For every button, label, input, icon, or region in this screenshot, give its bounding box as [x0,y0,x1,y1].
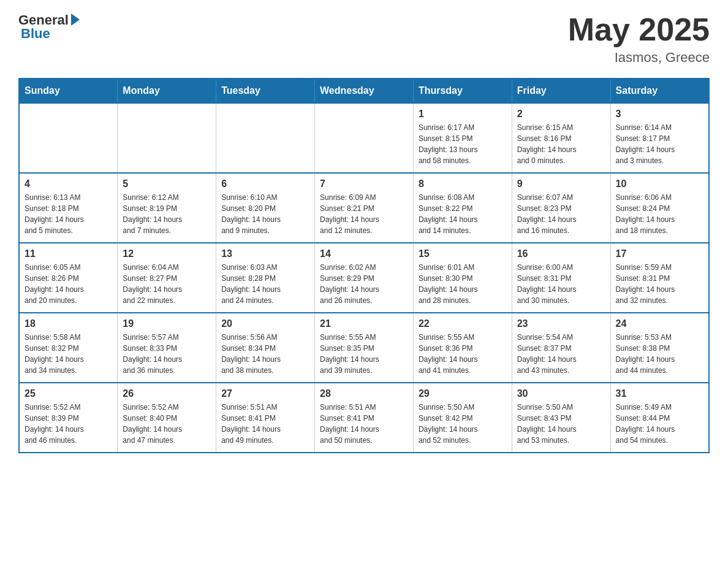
day-number: 9 [517,178,605,190]
day-info: Sunrise: 5:55 AM Sunset: 8:36 PM Dayligh… [419,332,507,376]
day-number: 11 [25,248,112,259]
day-info: Sunrise: 6:02 AM Sunset: 8:29 PM Dayligh… [320,262,408,306]
day-info: Sunrise: 6:01 AM Sunset: 8:30 PM Dayligh… [419,262,507,306]
day-info: Sunrise: 6:15 AM Sunset: 8:16 PM Dayligh… [517,122,605,166]
day-info: Sunrise: 6:00 AM Sunset: 8:31 PM Dayligh… [517,262,605,306]
calendar-cell: 4Sunrise: 6:13 AM Sunset: 8:18 PM Daylig… [19,173,118,243]
weekday-header-tuesday: Tuesday [216,79,315,103]
weekday-header-thursday: Thursday [413,79,512,103]
calendar-cell: 24Sunrise: 5:53 AM Sunset: 8:38 PM Dayli… [610,313,709,383]
logo-arrow-icon [71,13,80,26]
day-number: 4 [25,178,112,190]
day-number: 18 [25,318,112,329]
day-info: Sunrise: 5:52 AM Sunset: 8:39 PM Dayligh… [25,402,112,446]
calendar-cell: 28Sunrise: 5:51 AM Sunset: 8:41 PM Dayli… [315,383,414,453]
location-text: Iasmos, Greece [568,50,710,66]
day-number: 16 [517,248,605,259]
day-info: Sunrise: 5:55 AM Sunset: 8:35 PM Dayligh… [320,332,408,376]
weekday-header-sunday: Sunday [19,79,118,103]
calendar-cell [315,103,414,173]
day-number: 8 [419,178,507,190]
weekday-header-friday: Friday [512,79,610,103]
day-info: Sunrise: 6:05 AM Sunset: 8:26 PM Dayligh… [25,262,112,306]
calendar-cell: 7Sunrise: 6:09 AM Sunset: 8:21 PM Daylig… [315,173,414,243]
logo: General Blue [18,12,80,42]
calendar-cell: 13Sunrise: 6:03 AM Sunset: 8:28 PM Dayli… [216,243,315,313]
day-number: 25 [25,388,112,399]
day-info: Sunrise: 6:04 AM Sunset: 8:27 PM Dayligh… [123,262,211,306]
day-number: 20 [221,318,309,329]
day-info: Sunrise: 5:57 AM Sunset: 8:33 PM Dayligh… [123,332,211,376]
day-info: Sunrise: 5:53 AM Sunset: 8:38 PM Dayligh… [616,332,703,376]
day-info: Sunrise: 6:17 AM Sunset: 8:15 PM Dayligh… [419,122,507,166]
day-info: Sunrise: 6:12 AM Sunset: 8:19 PM Dayligh… [123,192,211,236]
month-title: May 2025 [568,12,710,47]
calendar-cell: 30Sunrise: 5:50 AM Sunset: 8:43 PM Dayli… [512,383,610,453]
weekday-header-row: SundayMondayTuesdayWednesdayThursdayFrid… [19,79,709,103]
day-number: 3 [616,109,703,120]
calendar-cell: 26Sunrise: 5:52 AM Sunset: 8:40 PM Dayli… [118,383,216,453]
day-info: Sunrise: 5:58 AM Sunset: 8:32 PM Dayligh… [25,332,112,376]
calendar-cell: 22Sunrise: 5:55 AM Sunset: 8:36 PM Dayli… [413,313,512,383]
day-info: Sunrise: 5:50 AM Sunset: 8:43 PM Dayligh… [517,402,605,446]
day-info: Sunrise: 5:52 AM Sunset: 8:40 PM Dayligh… [123,402,211,446]
calendar-cell: 14Sunrise: 6:02 AM Sunset: 8:29 PM Dayli… [315,243,414,313]
calendar-cell: 29Sunrise: 5:50 AM Sunset: 8:42 PM Dayli… [413,383,512,453]
day-number: 1 [419,109,507,120]
day-number: 27 [221,388,309,399]
calendar-week-3: 11Sunrise: 6:05 AM Sunset: 8:26 PM Dayli… [19,243,709,313]
calendar-week-2: 4Sunrise: 6:13 AM Sunset: 8:18 PM Daylig… [19,173,709,243]
weekday-header-saturday: Saturday [610,79,709,103]
day-info: Sunrise: 6:08 AM Sunset: 8:22 PM Dayligh… [419,192,507,236]
day-number: 7 [320,178,408,190]
calendar-cell: 25Sunrise: 5:52 AM Sunset: 8:39 PM Dayli… [19,383,118,453]
day-number: 17 [616,248,703,259]
day-info: Sunrise: 5:54 AM Sunset: 8:37 PM Dayligh… [517,332,605,376]
day-info: Sunrise: 6:09 AM Sunset: 8:21 PM Dayligh… [320,192,408,236]
calendar-cell: 5Sunrise: 6:12 AM Sunset: 8:19 PM Daylig… [118,173,216,243]
day-number: 2 [517,109,605,120]
title-area: May 2025 Iasmos, Greece [568,12,710,66]
day-number: 30 [517,388,605,399]
day-number: 13 [221,248,309,259]
day-number: 10 [616,178,703,190]
weekday-header-wednesday: Wednesday [315,79,414,103]
calendar-cell: 11Sunrise: 6:05 AM Sunset: 8:26 PM Dayli… [19,243,118,313]
calendar-cell [19,103,118,173]
day-info: Sunrise: 5:59 AM Sunset: 8:31 PM Dayligh… [616,262,703,306]
calendar-cell: 27Sunrise: 5:51 AM Sunset: 8:41 PM Dayli… [216,383,315,453]
calendar-cell: 31Sunrise: 5:49 AM Sunset: 8:44 PM Dayli… [610,383,709,453]
calendar-cell: 19Sunrise: 5:57 AM Sunset: 8:33 PM Dayli… [118,313,216,383]
calendar-cell: 17Sunrise: 5:59 AM Sunset: 8:31 PM Dayli… [610,243,709,313]
day-info: Sunrise: 6:13 AM Sunset: 8:18 PM Dayligh… [25,192,112,236]
calendar-cell: 18Sunrise: 5:58 AM Sunset: 8:32 PM Dayli… [19,313,118,383]
calendar-cell [216,103,315,173]
calendar-cell: 21Sunrise: 5:55 AM Sunset: 8:35 PM Dayli… [315,313,414,383]
day-info: Sunrise: 5:51 AM Sunset: 8:41 PM Dayligh… [221,402,309,446]
day-number: 14 [320,248,408,259]
calendar-cell: 15Sunrise: 6:01 AM Sunset: 8:30 PM Dayli… [413,243,512,313]
day-number: 29 [419,388,507,399]
day-number: 21 [320,318,408,329]
day-info: Sunrise: 6:07 AM Sunset: 8:23 PM Dayligh… [517,192,605,236]
day-number: 6 [221,178,309,190]
day-number: 23 [517,318,605,329]
logo-blue-text: Blue [21,26,50,42]
day-info: Sunrise: 5:51 AM Sunset: 8:41 PM Dayligh… [320,402,408,446]
day-info: Sunrise: 6:03 AM Sunset: 8:28 PM Dayligh… [221,262,309,306]
day-info: Sunrise: 6:06 AM Sunset: 8:24 PM Dayligh… [616,192,703,236]
calendar-cell: 8Sunrise: 6:08 AM Sunset: 8:22 PM Daylig… [413,173,512,243]
weekday-header-monday: Monday [118,79,216,103]
day-number: 28 [320,388,408,399]
calendar-table: SundayMondayTuesdayWednesdayThursdayFrid… [18,78,710,453]
calendar-cell: 20Sunrise: 5:56 AM Sunset: 8:34 PM Dayli… [216,313,315,383]
day-number: 22 [419,318,507,329]
day-number: 31 [616,388,703,399]
calendar-cell: 1Sunrise: 6:17 AM Sunset: 8:15 PM Daylig… [413,103,512,173]
day-info: Sunrise: 6:10 AM Sunset: 8:20 PM Dayligh… [221,192,309,236]
calendar-week-4: 18Sunrise: 5:58 AM Sunset: 8:32 PM Dayli… [19,313,709,383]
day-info: Sunrise: 5:50 AM Sunset: 8:42 PM Dayligh… [419,402,507,446]
calendar-week-1: 1Sunrise: 6:17 AM Sunset: 8:15 PM Daylig… [19,103,709,173]
calendar-cell: 9Sunrise: 6:07 AM Sunset: 8:23 PM Daylig… [512,173,610,243]
day-number: 5 [123,178,211,190]
